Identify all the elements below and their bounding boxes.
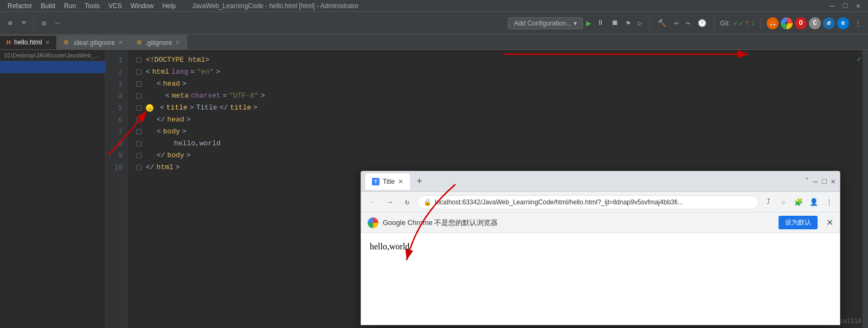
bookmark-icon[interactable]: ≡ — [18, 17, 30, 29]
ie-icon[interactable]: e — [823, 17, 835, 29]
browser-minimize-icon[interactable]: — — [813, 177, 818, 186]
t5-7: > — [253, 102, 258, 114]
settings-icon[interactable]: ⚙ — [38, 17, 50, 29]
browser-extensions-icon[interactable]: 🧩 — [792, 196, 805, 209]
browser-star-icon[interactable]: ☆ — [777, 196, 790, 209]
browser-tab-close[interactable]: ✕ — [398, 178, 403, 185]
tab-hello-html[interactable]: H hello.html ✕ — [0, 35, 57, 49]
browser-forward-button[interactable]: → — [383, 195, 397, 209]
window-controls: — □ ✕ — [827, 1, 864, 10]
sidebar-selected[interactable] — [0, 61, 105, 73]
pause-button[interactable]: ⏸ — [595, 18, 606, 28]
address-bar[interactable]: 🔒 localhost:63342/JavaWeb_LearningCode/h… — [417, 195, 758, 209]
close-button[interactable]: ✕ — [853, 1, 864, 10]
line-4: 4 — [106, 90, 127, 102]
git-label: Git: — [720, 20, 730, 27]
coverage-button[interactable]: ⚑ — [624, 18, 633, 29]
browser-content: hello,world — [361, 233, 840, 325]
t4-4: = — [223, 90, 227, 102]
tab-close-hello-html[interactable]: ✕ — [45, 39, 50, 46]
profile-button[interactable]: ▷ — [636, 18, 645, 29]
tab-label-gitignore: .gitignore — [145, 39, 172, 47]
menu-window[interactable]: Window — [127, 1, 157, 11]
sidebar: 01\Desktop\JAVA\code\JavaWeb_... — [0, 50, 106, 328]
menu-tools[interactable]: Tools — [81, 1, 103, 11]
browser-close-icon[interactable]: ✕ — [831, 177, 835, 186]
tab-close-gitignore[interactable]: ✕ — [175, 39, 180, 46]
t4-3: charset — [191, 90, 221, 102]
line-7: 7 — [106, 126, 127, 138]
gutter-3 — [136, 81, 142, 87]
gutter-1 — [136, 57, 142, 63]
tab-idea-gitignore[interactable]: ⚙ .idea/.gitignore ✕ — [57, 35, 130, 49]
run-button[interactable]: ▶ — [586, 18, 591, 29]
browser-new-tab-button[interactable]: + — [413, 175, 426, 188]
t10-3: > — [176, 162, 180, 173]
edge-icon[interactable]: e — [837, 17, 849, 29]
add-configuration-button[interactable]: Add Configuration... ▾ — [508, 17, 583, 29]
browser-icons-group: 🦊 C O C e e — [767, 17, 849, 29]
t7-3: > — [182, 126, 187, 138]
stop-button[interactable]: ⏹ — [609, 18, 621, 28]
tabs-bar: H hello.html ✕ ⚙ .idea/.gitignore ✕ ⚙ .g… — [0, 35, 868, 50]
gutter-8 — [136, 141, 142, 146]
git-fetch-icon[interactable]: ↓ — [751, 19, 755, 27]
maximize-button[interactable]: □ — [840, 2, 851, 10]
menu-help[interactable]: Help — [159, 1, 179, 11]
gutter-7 — [136, 129, 142, 134]
code-line-1: <!DOCTYPE html> — [136, 54, 868, 66]
toolbar: ⊕ ≡ ⚙ — Add Configuration... ▾ ▶ ⏸ ⏹ ⚑ ▷… — [0, 12, 868, 35]
line-8: 8 — [106, 138, 127, 150]
line-2: 2 — [106, 66, 127, 78]
browser-tab-title[interactable]: T Title ✕ — [365, 173, 410, 190]
browser-back-button[interactable]: ← — [365, 195, 380, 209]
t5-3: > — [190, 102, 194, 114]
project-icon[interactable]: ⊕ — [4, 17, 16, 29]
chrome-icon[interactable]: C — [781, 17, 793, 29]
browser-chevron-down-icon[interactable]: ˅ — [805, 177, 809, 186]
code-line-7: <body> — [136, 126, 868, 138]
menu-refactor[interactable]: Refactor — [4, 1, 35, 11]
scrollbar[interactable] — [863, 50, 868, 328]
t10-1: </ — [146, 162, 155, 173]
undo-button[interactable]: ↩ — [672, 18, 680, 29]
separator-1 — [34, 17, 34, 29]
tab-gitignore[interactable]: ⚙ .gitignore ✕ — [130, 35, 187, 49]
set-default-button[interactable]: 设为默认 — [779, 216, 818, 229]
git-check-icon[interactable]: ✓ — [734, 19, 738, 28]
browser-maximize-icon[interactable]: □ — [822, 177, 826, 186]
browser-share-icon[interactable]: ⤴ — [762, 196, 775, 209]
code-line-4: <meta charset="UTF-8"> — [136, 90, 868, 102]
tab-close-idea-gitignore[interactable]: ✕ — [118, 39, 123, 46]
firefox-icon[interactable]: 🦊 — [767, 17, 779, 29]
add-config-dropdown-icon: ▾ — [574, 20, 577, 27]
menu-vcs[interactable]: VCS — [105, 1, 125, 11]
t5-5: </ — [220, 102, 228, 114]
chromium-icon[interactable]: C — [809, 17, 821, 29]
t7-2: body — [163, 126, 180, 138]
t3-2: head — [163, 78, 180, 90]
notification-close-icon[interactable]: ✕ — [826, 217, 833, 228]
more-tools-button[interactable]: ⋮ — [852, 18, 864, 29]
git-push-icon[interactable]: ↑ — [745, 19, 749, 27]
t9-1: </ — [157, 150, 165, 162]
browser-profile-icon[interactable]: 👤 — [807, 196, 820, 209]
t6-1: </ — [157, 114, 165, 126]
t9-2: body — [168, 150, 184, 162]
layout-icon[interactable]: — — [52, 17, 63, 29]
opera-icon[interactable]: O — [795, 17, 807, 29]
build-button[interactable]: 🔨 — [655, 18, 668, 29]
redo-button[interactable]: ↪ — [684, 18, 692, 29]
address-text: localhost:63342/JavaWeb_LearningCode/htm… — [435, 198, 683, 206]
git-check2-icon[interactable]: ✓ — [740, 19, 744, 28]
minimize-button[interactable]: — — [827, 2, 838, 10]
menu-run[interactable]: Run — [61, 1, 79, 11]
gutter-10 — [136, 165, 142, 170]
git-actions: ✓ ✓ ↑ ↓ — [734, 19, 755, 28]
hint-bulb[interactable]: 💡 — [146, 104, 153, 112]
browser-refresh-button[interactable]: ↻ — [400, 195, 414, 209]
menu-build[interactable]: Build — [37, 1, 59, 11]
history-button[interactable]: 🕐 — [696, 18, 709, 29]
browser-menu-icon[interactable]: ⋮ — [822, 196, 835, 209]
t6-2: head — [168, 114, 184, 126]
